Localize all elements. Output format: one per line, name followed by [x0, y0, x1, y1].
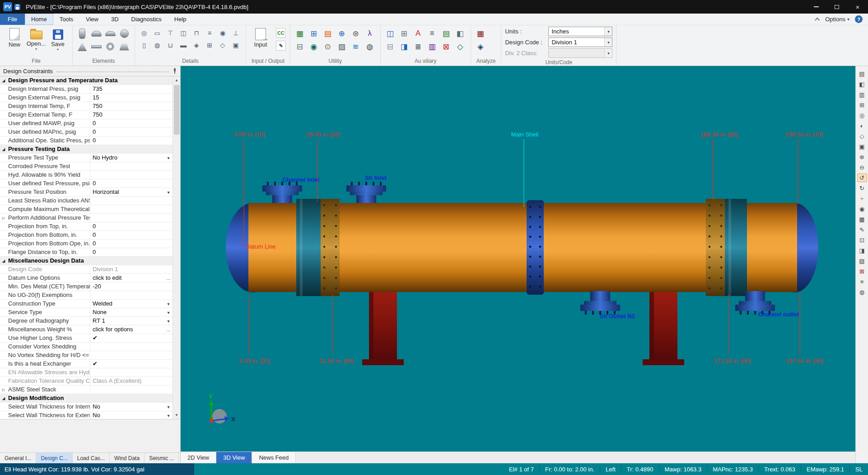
utility-icon-10[interactable]: ▨	[336, 41, 348, 52]
property-row[interactable]: No UG-20(f) Exemptions	[0, 291, 173, 300]
zoom-in-icon[interactable]: ⊕	[857, 153, 867, 161]
panel-tab-general-i[interactable]: General I...	[0, 453, 36, 463]
view-tab-news-feed[interactable]: News Feed	[252, 452, 296, 463]
auxiliary-icon-2[interactable]: ⊞	[398, 28, 410, 39]
property-row[interactable]: Consider Vortex Shedding	[0, 343, 173, 351]
help-icon[interactable]: ?	[855, 15, 863, 23]
property-row[interactable]: User defined MAWP, psig0	[0, 119, 173, 128]
analyze-icon-1[interactable]: ▦	[475, 28, 486, 39]
scroll-up-icon[interactable]: ▲	[173, 76, 181, 84]
property-row[interactable]: Select Wall Thickness for External INo▾	[0, 411, 173, 419]
panel-tab-seismic[interactable]: Seismic ...	[145, 453, 179, 463]
detail-icon-7[interactable]: ◉	[217, 28, 228, 38]
menu-tab-help[interactable]: Help	[168, 14, 193, 25]
auxiliary-icon-6[interactable]: ◧	[454, 28, 466, 39]
view-tab-2d-view[interactable]: 2D View	[181, 452, 216, 463]
element-body-flange-icon[interactable]	[104, 41, 116, 52]
property-row[interactable]: Least Stress Ratio includes ANSI Fl	[0, 197, 173, 205]
component-check-icon[interactable]: CC	[276, 28, 286, 38]
element-flat-head-icon[interactable]	[90, 41, 102, 52]
orbit-icon[interactable]: ↺	[857, 174, 867, 182]
property-row[interactable]: ▷Perform Additional Pressure Test	[0, 214, 173, 222]
property-row[interactable]: Pressure Test PositionHorizontal▾	[0, 188, 173, 197]
zoom-tool-icon[interactable]: ⊕	[336, 28, 348, 39]
view-tool-icon-18[interactable]: ◨	[857, 246, 867, 255]
panel-tab-design-c[interactable]: Design C...	[36, 453, 72, 463]
utility-icon-2[interactable]: ⊞	[308, 28, 320, 39]
view-tool-icon-6[interactable]: ◐	[857, 122, 867, 130]
new-button[interactable]: New	[4, 27, 25, 48]
annotate-icon[interactable]: ✎	[857, 226, 867, 234]
element-torispherical-head-icon[interactable]	[104, 28, 116, 39]
utility-icon-9[interactable]: ⊙	[322, 41, 334, 52]
view-tool-icon-17[interactable]: ⊡	[857, 236, 867, 245]
view-tool-icon-8[interactable]: ▣	[857, 142, 867, 151]
property-row[interactable]: Projection from Bottom Ope, in.0	[0, 240, 173, 248]
pin-icon[interactable]	[173, 68, 177, 74]
property-row[interactable]: Use Higher Long. Stress✔	[0, 334, 173, 343]
detail-icon-8[interactable]: ⊥	[230, 28, 241, 38]
utility-icon-7[interactable]: ⊟	[294, 41, 306, 52]
units-select[interactable]: Inches▾	[548, 27, 612, 36]
3d-viewport[interactable]: 0.00 in. [10] 26.00 in. [30] Main Shell …	[181, 66, 855, 451]
property-row[interactable]: Hyd. Allowable is 90% Yield	[0, 171, 173, 179]
panel-tab-load-cas[interactable]: Load Cas...	[73, 453, 110, 463]
view-tool-icon-14[interactable]: ◉	[857, 205, 867, 213]
property-row[interactable]: Projection from Top, in.0	[0, 222, 173, 231]
utility-icon-1[interactable]: ▦	[294, 28, 306, 39]
detail-icon-13[interactable]: ◈	[191, 40, 202, 51]
element-conical-section-icon[interactable]	[76, 41, 88, 52]
utility-icon-5[interactable]: ⊛	[350, 28, 362, 39]
utility-icon-3[interactable]: ▤	[322, 28, 334, 39]
utility-icon-8[interactable]: ◉	[308, 41, 320, 52]
detail-icon-12[interactable]: ▬	[178, 40, 189, 51]
input-button[interactable]: → Input	[250, 27, 271, 48]
auxiliary-icon-5[interactable]: ▤	[440, 28, 452, 39]
property-row[interactable]: Datum Line Optionsclick to edit…	[0, 274, 173, 282]
view-tool-icon-22[interactable]: ◍	[857, 288, 867, 296]
menu-tab-diagnostics[interactable]: Diagnostics	[125, 14, 168, 25]
auxiliary-icon-1[interactable]: ◫	[384, 28, 396, 39]
property-category-row[interactable]: ◢Miscellaneous Design Data	[0, 257, 173, 265]
property-row[interactable]: Corroded Pressure Test	[0, 162, 173, 171]
rotate-icon[interactable]: ↻	[857, 184, 867, 193]
property-row[interactable]: Compute Maximum Theoretical To	[0, 205, 173, 214]
zoom-out-icon[interactable]: ⊖	[857, 163, 867, 172]
panel-drag-grip[interactable]	[56, 71, 169, 72]
pan-icon[interactable]: +	[857, 194, 867, 203]
measure-icon[interactable]: ⊠	[857, 267, 867, 276]
auxiliary-icon-7[interactable]: ⊟	[384, 41, 396, 52]
scroll-thumb[interactable]	[174, 85, 180, 135]
property-row[interactable]: Miscellaneous Weight %click for options…	[0, 325, 173, 334]
property-row[interactable]: Additional Ope. Static Press, psig0	[0, 136, 173, 145]
utility-icon-11[interactable]: ≋	[350, 41, 362, 52]
auxiliary-icon-10[interactable]: ▥	[426, 41, 438, 52]
property-row[interactable]: User defined MAPnc, psig0	[0, 128, 173, 136]
design-code-select[interactable]: Division 1▾	[548, 38, 612, 47]
property-category-row[interactable]: ◢Design Pressure and Temperature Data	[0, 76, 173, 85]
detail-icon-1[interactable]: ◎	[139, 28, 149, 38]
property-row[interactable]: No Vortex Shedding for H/D <= 15	[0, 351, 173, 360]
element-spherical-head-icon[interactable]	[118, 28, 130, 39]
property-row[interactable]: Design Internal Press, psig735	[0, 85, 173, 94]
view-tool-icon-21[interactable]: ≡	[857, 277, 867, 286]
property-row[interactable]: Design External Press, psig15	[0, 94, 173, 102]
menu-tab-tools[interactable]: Tools	[53, 14, 79, 25]
auxiliary-icon-8[interactable]: ◨	[398, 41, 410, 52]
minimize-button[interactable]	[806, 0, 826, 14]
property-grid-scrollbar[interactable]: ▲ ▼	[173, 76, 180, 419]
menu-tab-home[interactable]: Home	[25, 14, 53, 25]
lambda-tool-icon[interactable]: λ	[364, 28, 376, 39]
auxiliary-icon-9[interactable]: ≣	[412, 41, 424, 52]
scroll-down-icon[interactable]: ▼	[173, 411, 181, 419]
element-elliptical-head-icon[interactable]	[90, 28, 102, 39]
detail-icon-16[interactable]: ▣	[230, 40, 241, 51]
app-logo[interactable]: PV	[3, 2, 12, 11]
element-skirt-icon[interactable]	[118, 41, 130, 52]
property-row[interactable]: Design External Temp, F750	[0, 111, 173, 119]
detail-icon-15[interactable]: ◇	[217, 40, 228, 51]
view-tool-icon-4[interactable]: ⊞	[857, 101, 867, 109]
analyze-icon-2[interactable]: ◈	[475, 41, 486, 52]
font-tool-icon[interactable]: A	[412, 28, 424, 39]
detail-icon-6[interactable]: ≡	[204, 28, 215, 38]
